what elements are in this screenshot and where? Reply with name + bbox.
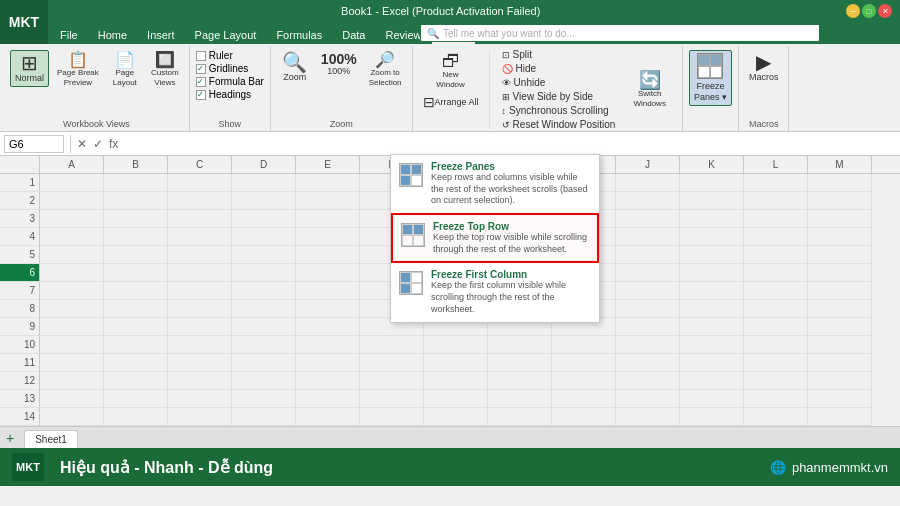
cell-a11[interactable] <box>40 354 104 372</box>
cell-j10[interactable] <box>616 336 680 354</box>
cell-a1[interactable] <box>40 174 104 192</box>
cell-c5[interactable] <box>168 246 232 264</box>
cell-m10[interactable] <box>808 336 872 354</box>
unhide-button[interactable]: 👁Unhide <box>498 76 620 89</box>
cell-j1[interactable] <box>616 174 680 192</box>
cell-m9[interactable] <box>808 318 872 336</box>
cell-i14[interactable] <box>552 408 616 426</box>
cell-d2[interactable] <box>232 192 296 210</box>
confirm-formula-icon[interactable]: ✓ <box>93 137 103 151</box>
cell-c13[interactable] <box>168 390 232 408</box>
headings-checkbox[interactable]: ✓ Headings <box>196 89 264 100</box>
cell-b4[interactable] <box>104 228 168 246</box>
cell-a14[interactable] <box>40 408 104 426</box>
cell-b5[interactable] <box>104 246 168 264</box>
cell-m5[interactable] <box>808 246 872 264</box>
tab-file[interactable]: File <box>50 26 88 44</box>
cell-j3[interactable] <box>616 210 680 228</box>
zoom-100-button[interactable]: 100% 100% <box>317 50 361 79</box>
cell-k14[interactable] <box>680 408 744 426</box>
freeze-panes-option[interactable]: Freeze Panes Keep rows and columns visib… <box>391 155 599 213</box>
insert-function-icon[interactable]: fx <box>109 137 118 151</box>
cell-a8[interactable] <box>40 300 104 318</box>
cell-k4[interactable] <box>680 228 744 246</box>
view-side-by-side-button[interactable]: ⊞View Side by Side <box>498 90 620 103</box>
cell-h11[interactable] <box>488 354 552 372</box>
cell-e14[interactable] <box>296 408 360 426</box>
cell-d10[interactable] <box>232 336 296 354</box>
cell-j13[interactable] <box>616 390 680 408</box>
custom-views-button[interactable]: 🔲 CustomViews <box>147 50 183 89</box>
cell-c1[interactable] <box>168 174 232 192</box>
cell-l11[interactable] <box>744 354 808 372</box>
cell-j4[interactable] <box>616 228 680 246</box>
cell-b2[interactable] <box>104 192 168 210</box>
cell-m3[interactable] <box>808 210 872 228</box>
cell-l7[interactable] <box>744 282 808 300</box>
gridlines-checkbox[interactable]: ✓ Gridlines <box>196 63 264 74</box>
cell-e11[interactable] <box>296 354 360 372</box>
cell-c3[interactable] <box>168 210 232 228</box>
cell-k8[interactable] <box>680 300 744 318</box>
cell-f11[interactable] <box>360 354 424 372</box>
cell-a6[interactable] <box>40 264 104 282</box>
cell-e7[interactable] <box>296 282 360 300</box>
cell-l9[interactable] <box>744 318 808 336</box>
cell-k9[interactable] <box>680 318 744 336</box>
tab-home[interactable]: Home <box>88 26 137 44</box>
cell-g13[interactable] <box>424 390 488 408</box>
cell-l4[interactable] <box>744 228 808 246</box>
cell-l6[interactable] <box>744 264 808 282</box>
cell-d6[interactable] <box>232 264 296 282</box>
cell-c11[interactable] <box>168 354 232 372</box>
split-button[interactable]: ⊡Split <box>498 48 620 61</box>
cell-e5[interactable] <box>296 246 360 264</box>
cell-m2[interactable] <box>808 192 872 210</box>
cell-f14[interactable] <box>360 408 424 426</box>
reset-window-button[interactable]: ↺Reset Window Position <box>498 118 620 131</box>
cell-l13[interactable] <box>744 390 808 408</box>
cell-k6[interactable] <box>680 264 744 282</box>
tab-insert[interactable]: Insert <box>137 26 185 44</box>
cell-d9[interactable] <box>232 318 296 336</box>
cell-k10[interactable] <box>680 336 744 354</box>
cell-i13[interactable] <box>552 390 616 408</box>
cell-m12[interactable] <box>808 372 872 390</box>
minimize-button[interactable]: ─ <box>846 4 860 18</box>
zoom-selection-button[interactable]: 🔎 Zoom toSelection <box>365 50 406 89</box>
cell-j7[interactable] <box>616 282 680 300</box>
cell-e9[interactable] <box>296 318 360 336</box>
cell-e13[interactable] <box>296 390 360 408</box>
cell-b13[interactable] <box>104 390 168 408</box>
cell-d13[interactable] <box>232 390 296 408</box>
cell-b9[interactable] <box>104 318 168 336</box>
cell-m13[interactable] <box>808 390 872 408</box>
cell-j11[interactable] <box>616 354 680 372</box>
cell-a5[interactable] <box>40 246 104 264</box>
cell-m4[interactable] <box>808 228 872 246</box>
cell-k1[interactable] <box>680 174 744 192</box>
tab-page-layout[interactable]: Page Layout <box>185 26 267 44</box>
page-layout-button[interactable]: 📄 PageLayout <box>107 50 143 89</box>
macros-button[interactable]: ▶ Macros <box>745 50 783 85</box>
cell-b3[interactable] <box>104 210 168 228</box>
zoom-button[interactable]: 🔍 Zoom <box>277 50 313 85</box>
add-sheet-button[interactable]: + <box>0 428 20 448</box>
cell-j5[interactable] <box>616 246 680 264</box>
cell-d8[interactable] <box>232 300 296 318</box>
cell-k2[interactable] <box>680 192 744 210</box>
cell-j14[interactable] <box>616 408 680 426</box>
cell-a13[interactable] <box>40 390 104 408</box>
new-window-button[interactable]: 🗗 NewWindow <box>432 50 468 91</box>
cell-h14[interactable] <box>488 408 552 426</box>
cell-c4[interactable] <box>168 228 232 246</box>
cell-b1[interactable] <box>104 174 168 192</box>
cell-g12[interactable] <box>424 372 488 390</box>
cell-c14[interactable] <box>168 408 232 426</box>
cell-d4[interactable] <box>232 228 296 246</box>
cell-m7[interactable] <box>808 282 872 300</box>
cell-k3[interactable] <box>680 210 744 228</box>
cell-l12[interactable] <box>744 372 808 390</box>
cell-m14[interactable] <box>808 408 872 426</box>
cancel-formula-icon[interactable]: ✕ <box>77 137 87 151</box>
